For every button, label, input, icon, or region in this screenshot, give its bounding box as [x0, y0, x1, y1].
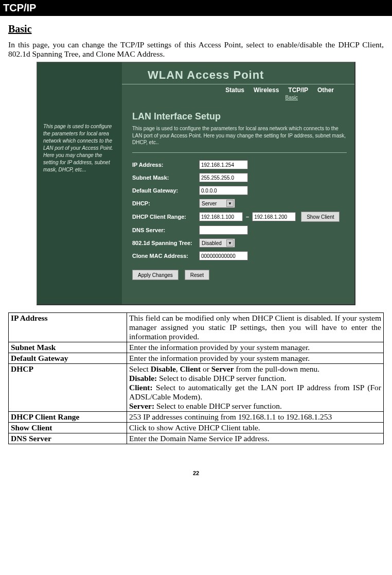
desc-show-client: Click to show Active DHCP Client table. [127, 423, 384, 433]
input-range-start[interactable] [199, 212, 243, 221]
show-client-button[interactable]: Show Client [301, 212, 340, 222]
desc-dhcp-range: 253 IP addresses continuing from 192.168… [127, 412, 384, 423]
table-row: DNS Server Enter the Domain Name Service… [9, 433, 384, 444]
definitions-table: IP Address This field can be modified on… [8, 312, 384, 444]
term-show-client: Show Client [9, 423, 127, 433]
ap-panel-title: LAN Interface Setup [132, 111, 221, 122]
term-dhcp: DHCP [9, 364, 127, 412]
row-clone-mac: Clone MAC Address: [132, 251, 347, 260]
desc-gateway: Enter the information provided by your s… [127, 353, 384, 364]
ap-nav: Status Wireless TCP/IP Other Basic [122, 84, 354, 94]
term-subnet: Subnet Mask [9, 342, 127, 353]
desc-subnet: Enter the information provided by your s… [127, 342, 384, 353]
row-dhcp-range: DHCP Client Range: – Show Client [132, 212, 347, 222]
input-dns[interactable] [199, 225, 248, 235]
select-spanning-value: Disabled [202, 240, 222, 246]
input-gateway[interactable] [199, 186, 248, 195]
ap-sidebar-help: This page is used to configure the param… [43, 123, 116, 173]
section-title: Basic [8, 23, 384, 35]
term-gateway: Default Gateway [9, 353, 127, 364]
label-dns: DNS Server: [132, 227, 199, 233]
input-clone-mac[interactable] [199, 251, 248, 260]
ap-form: IP Address: Subnet Mask: Default Gateway… [132, 160, 347, 280]
table-row: Default Gateway Enter the information pr… [9, 353, 384, 364]
chevron-down-icon: ▼ [226, 200, 234, 207]
page-number: 22 [0, 444, 392, 483]
nav-other[interactable]: Other [317, 86, 334, 94]
table-row: DHCP Client Range 253 IP addresses conti… [9, 412, 384, 423]
nav-tcpip[interactable]: TCP/IP [288, 86, 308, 94]
label-clone-mac: Clone MAC Address: [132, 253, 199, 259]
term-dns: DNS Server [9, 433, 127, 444]
intro-text: In this page, you can change the TCP/IP … [8, 40, 384, 59]
ap-divider [132, 152, 347, 153]
row-gateway: Default Gateway: [132, 186, 347, 195]
label-subnet: Subnet Mask: [132, 175, 199, 181]
ap-screenshot: This page is used to configure the param… [37, 62, 355, 305]
desc-dhcp: Select Disable, Client or Server from th… [127, 364, 384, 412]
ap-sidebar: This page is used to configure the param… [37, 62, 122, 304]
apply-button[interactable]: Apply Changes [132, 270, 179, 280]
input-subnet[interactable] [199, 173, 248, 182]
row-subnet: Subnet Mask: [132, 173, 347, 182]
term-dhcp-range: DHCP Client Range [9, 412, 127, 423]
nav-status[interactable]: Status [225, 86, 244, 94]
input-range-end[interactable] [252, 212, 296, 221]
label-ip: IP Address: [132, 162, 199, 168]
chevron-down-icon: ▼ [226, 239, 234, 247]
row-dhcp: DHCP: Server ▼ [132, 199, 347, 208]
select-dhcp-value: Server [202, 201, 217, 206]
label-dhcp-range: DHCP Client Range: [132, 214, 199, 220]
ap-panel-desc: This page is used to configure the param… [132, 125, 347, 146]
input-ip[interactable] [199, 160, 248, 169]
select-spanning[interactable]: Disabled ▼ [199, 238, 235, 248]
label-dhcp: DHCP: [132, 200, 199, 206]
label-spanning: 802.1d Spanning Tree: [132, 240, 199, 246]
page-header: TCP/IP [0, 0, 392, 16]
term-ip: IP Address [9, 313, 127, 342]
reset-button[interactable]: Reset [185, 270, 209, 280]
content-wrapper: Basic In this page, you can change the T… [0, 16, 392, 444]
row-ip: IP Address: [132, 160, 347, 169]
ap-main-panel: WLAN Access Point Status Wireless TCP/IP… [122, 62, 354, 304]
nav-sub-basic[interactable]: Basic [286, 95, 298, 100]
label-gateway: Default Gateway: [132, 187, 199, 194]
select-dhcp[interactable]: Server ▼ [199, 199, 235, 208]
ap-action-row: Apply Changes Reset [132, 270, 347, 280]
table-row: IP Address This field can be modified on… [9, 313, 384, 342]
row-spanning: 802.1d Spanning Tree: Disabled ▼ [132, 238, 347, 248]
desc-ip: This field can be modified only when DHC… [127, 313, 384, 342]
desc-dns: Enter the Domain Name Service IP address… [127, 433, 384, 444]
table-row: Subnet Mask Enter the information provid… [9, 342, 384, 353]
row-dns: DNS Server: [132, 225, 347, 235]
nav-wireless[interactable]: Wireless [254, 86, 279, 94]
table-row: DHCP Select Disable, Client or Server fr… [9, 364, 384, 412]
ap-brand-title: WLAN Access Point [148, 68, 264, 82]
range-dash: – [246, 214, 249, 220]
table-row: Show Client Click to show Active DHCP Cl… [9, 423, 384, 433]
